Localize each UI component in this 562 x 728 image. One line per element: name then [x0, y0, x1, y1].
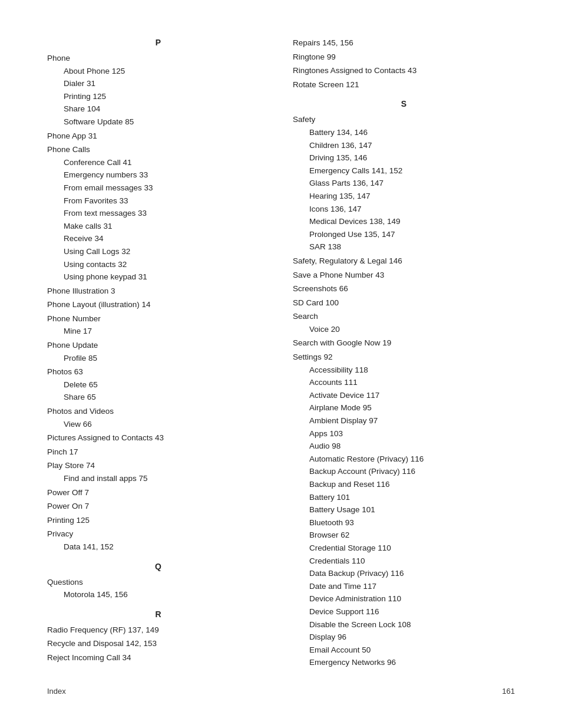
index-entry: About Phone 125: [47, 65, 269, 78]
index-entry: Make calls 31: [47, 220, 269, 233]
index-entry: Automatic Restore (Privacy) 116: [293, 453, 515, 466]
index-entry: Find and install apps 75: [47, 472, 269, 485]
index-entry: Delete 65: [47, 378, 269, 391]
index-entry: Accounts 111: [293, 376, 515, 389]
index-entry: Data Backup (Privacy) 116: [293, 567, 515, 580]
index-entry: Phone Calls: [47, 143, 269, 156]
section-p-header: P: [47, 38, 269, 47]
index-entry: Ringtone 99: [293, 51, 515, 64]
index-entry: Conference Call 41: [47, 156, 269, 169]
index-entry: Phone Illustration 3: [47, 285, 269, 298]
index-entry: Emergency Networks 96: [293, 656, 515, 669]
index-entry: Display 96: [293, 631, 515, 644]
index-entry: Device Administration 110: [293, 592, 515, 605]
index-entry: Glass Parts 136, 147: [293, 177, 515, 190]
index-entry: Motorola 145, 156: [47, 588, 269, 601]
index-entry: Phone App 31: [47, 130, 269, 143]
index-entry: Share 104: [47, 103, 269, 116]
index-entry: Profile 85: [47, 352, 269, 365]
index-entry: Credential Storage 110: [293, 542, 515, 555]
index-entry: From Favorites 33: [47, 195, 269, 207]
index-entry: Share 65: [47, 391, 269, 404]
index-entry: Ambient Display 97: [293, 414, 515, 427]
content-area: P PhoneAbout Phone 125Dialer 31Printing …: [47, 35, 515, 669]
index-entry: Device Support 116: [293, 605, 515, 618]
footer-left: Index: [47, 687, 66, 696]
index-entry: Voice 20: [293, 323, 515, 336]
index-entry: Rotate Screen 121: [293, 78, 515, 91]
index-entry: Ringtones Assigned to Contacts 43: [293, 64, 515, 77]
index-entry: Photos 63: [47, 365, 269, 378]
left-entries-p: PhoneAbout Phone 125Dialer 31Printing 12…: [47, 52, 269, 554]
index-entry: Prolonged Use 135, 147: [293, 228, 515, 241]
footer: Index 161: [47, 687, 515, 696]
index-entry: Radio Frequency (RF) 137, 149: [47, 624, 269, 637]
index-entry: Mine 17: [47, 325, 269, 338]
index-entry: Phone Layout (illustration) 14: [47, 298, 269, 311]
right-entries-r-cont: Repairs 145, 156Ringtone 99Ringtones Ass…: [293, 37, 515, 91]
index-entry: From email messages 33: [47, 182, 269, 195]
index-entry: Software Update 85: [47, 116, 269, 129]
index-entry: Airplane Mode 95: [293, 401, 515, 414]
index-entry: View 66: [47, 418, 269, 431]
index-entry: Battery 101: [293, 491, 515, 504]
index-entry: Phone Update: [47, 339, 269, 352]
index-entry: Using contacts 32: [47, 258, 269, 271]
left-column: P PhoneAbout Phone 125Dialer 31Printing …: [47, 35, 269, 669]
index-entry: Play Store 74: [47, 459, 269, 472]
left-entries-q: QuestionsMotorola 145, 156: [47, 576, 269, 601]
section-s-header: S: [293, 99, 515, 108]
index-entry: From text messages 33: [47, 207, 269, 220]
index-entry: Photos and Videos: [47, 405, 269, 418]
index-entry: Credentials 110: [293, 555, 515, 568]
index-entry: SD Card 100: [293, 297, 515, 309]
index-entry: Driving 135, 146: [293, 151, 515, 164]
index-entry: Emergency Calls 141, 152: [293, 164, 515, 177]
index-entry: Recycle and Disposal 142, 153: [47, 637, 269, 650]
index-entry: Questions: [47, 576, 269, 589]
index-entry: Date and Time 117: [293, 580, 515, 593]
index-entry: Activate Device 117: [293, 389, 515, 402]
index-entry: Repairs 145, 156: [293, 37, 515, 50]
index-entry: Hearing 135, 147: [293, 190, 515, 203]
index-entry: Disable the Screen Lock 108: [293, 618, 515, 631]
index-entry: Pinch 17: [47, 446, 269, 459]
index-entry: Printing 125: [47, 90, 269, 103]
index-entry: Backup and Reset 116: [293, 478, 515, 491]
index-entry: Screenshots 66: [293, 282, 515, 295]
index-entry: Email Account 50: [293, 644, 515, 657]
index-entry: Safety, Regulatory & Legal 146: [293, 255, 515, 268]
index-entry: Bluetooth 93: [293, 516, 515, 529]
index-entry: Search: [293, 310, 515, 323]
index-entry: Data 141, 152: [47, 541, 269, 554]
left-entries-r: Radio Frequency (RF) 137, 149Recycle and…: [47, 624, 269, 664]
index-entry: Browser 62: [293, 529, 515, 542]
index-entry: Emergency numbers 33: [47, 169, 269, 182]
index-entry: Using Call Logs 32: [47, 245, 269, 258]
index-entry: Printing 125: [47, 514, 269, 527]
page: P PhoneAbout Phone 125Dialer 31Printing …: [0, 0, 562, 728]
index-entry: Medical Devices 138, 149: [293, 215, 515, 228]
index-entry: Power On 7: [47, 500, 269, 513]
index-entry: Battery Usage 101: [293, 503, 515, 516]
index-entry: Phone Number: [47, 312, 269, 325]
right-column: Repairs 145, 156Ringtone 99Ringtones Ass…: [293, 35, 515, 669]
index-entry: Pictures Assigned to Contacts 43: [47, 431, 269, 444]
index-entry: Reject Incoming Call 34: [47, 651, 269, 664]
footer-right: 161: [502, 687, 515, 696]
index-entry: Children 136, 147: [293, 139, 515, 152]
right-entries-s: SafetyBattery 134, 146Children 136, 147D…: [293, 113, 515, 669]
index-entry: Using phone keypad 31: [47, 271, 269, 284]
index-entry: Audio 98: [293, 440, 515, 453]
index-entry: Backup Account (Privacy) 116: [293, 465, 515, 478]
index-entry: Privacy: [47, 528, 269, 541]
index-entry: Phone: [47, 52, 269, 65]
section-r-header: R: [47, 610, 269, 619]
index-entry: Save a Phone Number 43: [293, 269, 515, 282]
index-entry: Power Off 7: [47, 486, 269, 499]
index-entry: Search with Google Now 19: [293, 337, 515, 350]
index-entry: Settings 92: [293, 351, 515, 364]
index-entry: Icons 136, 147: [293, 203, 515, 216]
index-entry: Safety: [293, 113, 515, 126]
index-entry: Apps 103: [293, 427, 515, 440]
